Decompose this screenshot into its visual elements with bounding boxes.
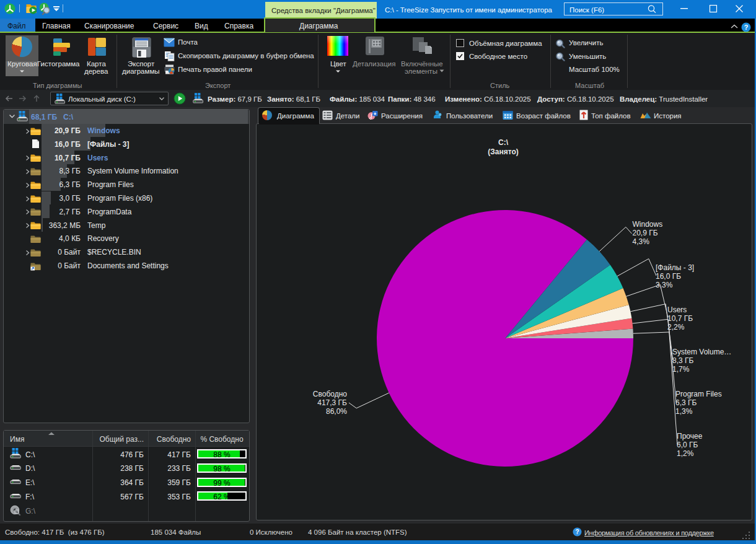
svg-text:?: ? (744, 24, 749, 31)
svg-text:?: ? (575, 529, 579, 535)
